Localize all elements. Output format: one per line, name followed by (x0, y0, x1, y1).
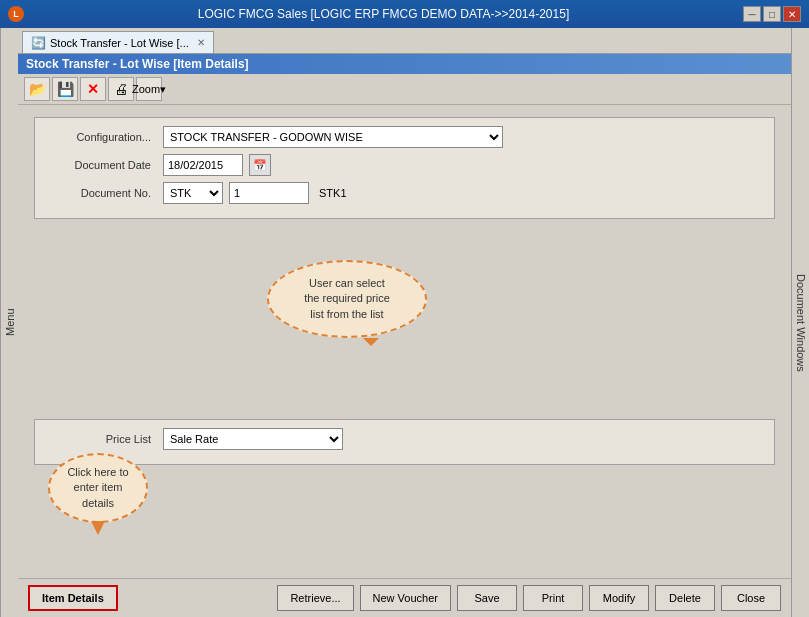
main-container: Menu 🔄 Stock Transfer - Lot Wise [... ✕ … (0, 28, 809, 617)
bottom-bar: Item Details Retrieve... New Voucher Sav… (18, 578, 791, 617)
stock-transfer-tab[interactable]: 🔄 Stock Transfer - Lot Wise [... ✕ (22, 31, 214, 53)
print-button[interactable]: Print (523, 585, 583, 611)
config-section: Configuration... STOCK TRANSFER - GODOWN… (34, 117, 775, 219)
callout-text-2: Click here to enter item details (67, 466, 128, 509)
calendar-button[interactable]: 📅 (249, 154, 271, 176)
title-bar: L LOGIC FMCG Sales [LOGIC ERP FMCG DEMO … (0, 0, 809, 28)
form-area: Configuration... STOCK TRANSFER - GODOWN… (18, 105, 791, 578)
app-title: LOGIC FMCG Sales [LOGIC ERP FMCG DEMO DA… (24, 7, 743, 21)
price-list-callout: User can select the required price list … (267, 260, 427, 338)
bottom-left-actions: Item Details (28, 585, 118, 611)
minimize-button[interactable]: ─ (743, 6, 761, 22)
doc-series-select[interactable]: STK (163, 182, 223, 204)
save-toolbar-button[interactable]: 💾 (52, 77, 78, 101)
open-button[interactable]: 📂 (24, 77, 50, 101)
item-details-callout: Click here to enter item details (48, 453, 148, 523)
content-area: 🔄 Stock Transfer - Lot Wise [... ✕ Stock… (18, 28, 791, 617)
doc-suffix: STK1 (315, 187, 347, 199)
config-select[interactable]: STOCK TRANSFER - GODOWN WISE (163, 126, 503, 148)
date-input[interactable] (163, 154, 243, 176)
date-row: Document Date 📅 (47, 154, 762, 176)
close-button[interactable]: Close (721, 585, 781, 611)
doc-label: Document No. (47, 187, 157, 199)
tab-label: Stock Transfer - Lot Wise [... (50, 37, 189, 49)
new-voucher-button[interactable]: New Voucher (360, 585, 451, 611)
price-section: Price List Sale Rate Purchase Rate MRP (34, 419, 775, 465)
maximize-button[interactable]: □ (763, 6, 781, 22)
config-label: Configuration... (47, 131, 157, 143)
toolbar: 📂 💾 ✕ 🖨 Zoom▾ (18, 74, 791, 105)
modify-button[interactable]: Modify (589, 585, 649, 611)
tab-bar: 🔄 Stock Transfer - Lot Wise [... ✕ (18, 28, 791, 54)
doc-num-input[interactable] (229, 182, 309, 204)
doc-row: Document No. STK STK1 (47, 182, 762, 204)
price-row: Price List Sale Rate Purchase Rate MRP (47, 428, 762, 450)
right-sidebar-doc-windows: Document Windows (791, 28, 809, 617)
bottom-right-actions: Retrieve... New Voucher Save Print Modif… (277, 585, 781, 611)
delete-button[interactable]: Delete (655, 585, 715, 611)
tab-icon: 🔄 (31, 36, 46, 50)
close-window-button[interactable]: ✕ (783, 6, 801, 22)
item-details-button[interactable]: Item Details (28, 585, 118, 611)
window-controls: ─ □ ✕ (743, 6, 801, 22)
retrieve-button[interactable]: Retrieve... (277, 585, 353, 611)
config-row: Configuration... STOCK TRANSFER - GODOWN… (47, 126, 762, 148)
date-label: Document Date (47, 159, 157, 171)
tab-close-button[interactable]: ✕ (197, 37, 205, 48)
inner-window: Stock Transfer - Lot Wise [Item Details]… (18, 54, 791, 617)
app-icon: L (8, 6, 24, 22)
price-list-select[interactable]: Sale Rate Purchase Rate MRP (163, 428, 343, 450)
left-sidebar-menu: Menu (0, 28, 18, 617)
window-title: Stock Transfer - Lot Wise [Item Details] (18, 54, 791, 74)
zoom-toolbar-button[interactable]: Zoom▾ (136, 77, 162, 101)
delete-toolbar-button[interactable]: ✕ (80, 77, 106, 101)
save-button[interactable]: Save (457, 585, 517, 611)
print-toolbar-button[interactable]: 🖨 (108, 77, 134, 101)
callout-text-1: User can select the required price list … (304, 277, 390, 320)
price-label: Price List (47, 433, 157, 445)
